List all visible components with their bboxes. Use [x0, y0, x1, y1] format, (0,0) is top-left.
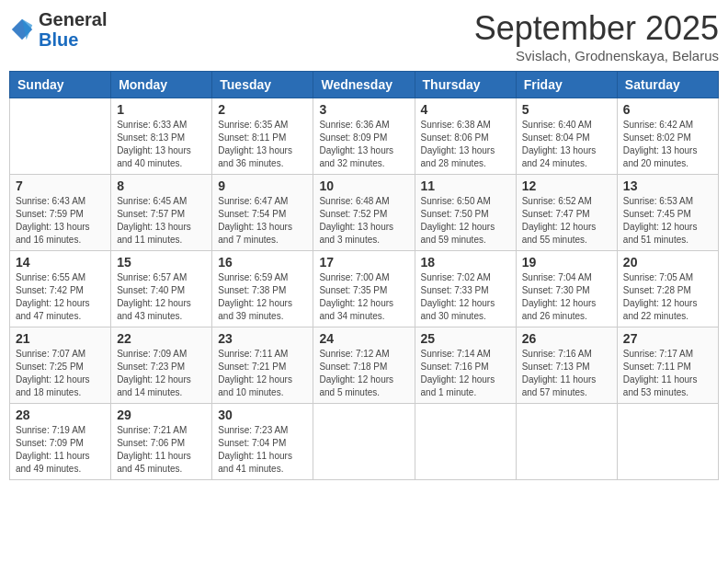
- day-info: Sunrise: 6:59 AMSunset: 7:38 PMDaylight:…: [218, 271, 307, 323]
- day-info: Sunrise: 7:16 AMSunset: 7:13 PMDaylight:…: [522, 348, 611, 399]
- day-number: 30: [218, 408, 307, 422]
- day-info: Sunrise: 6:33 AMSunset: 8:13 PMDaylight:…: [117, 119, 206, 170]
- logo-text: General Blue: [39, 9, 107, 50]
- day-info: Sunrise: 7:02 AMSunset: 7:33 PMDaylight:…: [421, 271, 510, 323]
- column-header-monday: Monday: [111, 72, 212, 98]
- calendar-cell: 6Sunrise: 6:42 AMSunset: 8:02 PMDaylight…: [617, 98, 718, 175]
- column-header-wednesday: Wednesday: [313, 72, 415, 98]
- day-number: 5: [522, 102, 611, 117]
- day-number: 10: [319, 178, 408, 193]
- calendar-cell: [617, 404, 718, 480]
- calendar-cell: 19Sunrise: 7:04 AMSunset: 7:30 PMDayligh…: [516, 251, 617, 327]
- day-info: Sunrise: 7:00 AMSunset: 7:35 PMDaylight:…: [319, 271, 408, 323]
- calendar-cell: 30Sunrise: 7:23 AMSunset: 7:04 PMDayligh…: [212, 404, 313, 480]
- day-number: 3: [319, 102, 408, 117]
- day-number: 12: [522, 178, 611, 193]
- day-number: 25: [421, 331, 510, 346]
- calendar-cell: 24Sunrise: 7:12 AMSunset: 7:18 PMDayligh…: [313, 327, 415, 404]
- logo: General Blue: [9, 9, 107, 50]
- calendar-cell: 10Sunrise: 6:48 AMSunset: 7:52 PMDayligh…: [313, 175, 415, 251]
- calendar-cell: 18Sunrise: 7:02 AMSunset: 7:33 PMDayligh…: [415, 251, 516, 327]
- day-info: Sunrise: 6:50 AMSunset: 7:50 PMDaylight:…: [421, 195, 510, 247]
- calendar-cell: 7Sunrise: 6:43 AMSunset: 7:59 PMDaylight…: [10, 175, 111, 251]
- calendar-cell: 25Sunrise: 7:14 AMSunset: 7:16 PMDayligh…: [415, 327, 516, 404]
- calendar-cell: 29Sunrise: 7:21 AMSunset: 7:06 PMDayligh…: [111, 404, 212, 480]
- calendar-week-row: 21Sunrise: 7:07 AMSunset: 7:25 PMDayligh…: [10, 327, 719, 404]
- calendar-cell: 2Sunrise: 6:35 AMSunset: 8:11 PMDaylight…: [212, 98, 313, 175]
- calendar-cell: 27Sunrise: 7:17 AMSunset: 7:11 PMDayligh…: [617, 327, 718, 404]
- day-number: 28: [16, 408, 105, 422]
- logo-icon: [9, 17, 35, 42]
- column-header-sunday: Sunday: [10, 72, 111, 98]
- day-info: Sunrise: 6:45 AMSunset: 7:57 PMDaylight:…: [117, 195, 206, 247]
- day-info: Sunrise: 7:21 AMSunset: 7:06 PMDaylight:…: [117, 424, 206, 476]
- calendar-cell: [10, 98, 111, 175]
- day-number: 15: [117, 255, 206, 270]
- day-number: 23: [218, 331, 307, 346]
- day-number: 16: [218, 255, 307, 270]
- calendar-cell: 23Sunrise: 7:11 AMSunset: 7:21 PMDayligh…: [212, 327, 313, 404]
- calendar-cell: 20Sunrise: 7:05 AMSunset: 7:28 PMDayligh…: [617, 251, 718, 327]
- column-header-friday: Friday: [516, 72, 617, 98]
- day-info: Sunrise: 6:52 AMSunset: 7:47 PMDaylight:…: [522, 195, 611, 247]
- calendar-cell: 3Sunrise: 6:36 AMSunset: 8:09 PMDaylight…: [313, 98, 415, 175]
- calendar-table: SundayMondayTuesdayWednesdayThursdayFrid…: [9, 71, 719, 480]
- day-number: 13: [623, 178, 712, 193]
- calendar-week-row: 1Sunrise: 6:33 AMSunset: 8:13 PMDaylight…: [10, 98, 719, 175]
- calendar-cell: 26Sunrise: 7:16 AMSunset: 7:13 PMDayligh…: [516, 327, 617, 404]
- calendar-week-row: 28Sunrise: 7:19 AMSunset: 7:09 PMDayligh…: [10, 404, 719, 480]
- day-info: Sunrise: 6:53 AMSunset: 7:45 PMDaylight:…: [623, 195, 712, 247]
- day-info: Sunrise: 6:43 AMSunset: 7:59 PMDaylight:…: [16, 195, 105, 247]
- day-info: Sunrise: 6:48 AMSunset: 7:52 PMDaylight:…: [319, 195, 408, 247]
- day-number: 21: [16, 331, 105, 346]
- day-info: Sunrise: 7:14 AMSunset: 7:16 PMDaylight:…: [421, 348, 510, 399]
- day-info: Sunrise: 6:55 AMSunset: 7:42 PMDaylight:…: [16, 271, 105, 323]
- day-info: Sunrise: 7:23 AMSunset: 7:04 PMDaylight:…: [218, 424, 307, 476]
- day-info: Sunrise: 6:40 AMSunset: 8:04 PMDaylight:…: [522, 119, 611, 170]
- day-info: Sunrise: 6:38 AMSunset: 8:06 PMDaylight:…: [421, 119, 510, 170]
- column-header-tuesday: Tuesday: [212, 72, 313, 98]
- day-number: 20: [623, 255, 712, 270]
- logo-general-text: General: [39, 9, 107, 29]
- calendar-cell: 13Sunrise: 6:53 AMSunset: 7:45 PMDayligh…: [617, 175, 718, 251]
- day-number: 29: [117, 408, 206, 422]
- day-info: Sunrise: 6:42 AMSunset: 8:02 PMDaylight:…: [623, 119, 712, 170]
- calendar-cell: 11Sunrise: 6:50 AMSunset: 7:50 PMDayligh…: [415, 175, 516, 251]
- day-number: 8: [117, 178, 206, 193]
- day-number: 11: [421, 178, 510, 193]
- day-number: 2: [218, 102, 307, 117]
- calendar-cell: 15Sunrise: 6:57 AMSunset: 7:40 PMDayligh…: [111, 251, 212, 327]
- day-number: 22: [117, 331, 206, 346]
- day-info: Sunrise: 6:35 AMSunset: 8:11 PMDaylight:…: [218, 119, 307, 170]
- day-number: 9: [218, 178, 307, 193]
- calendar-cell: 8Sunrise: 6:45 AMSunset: 7:57 PMDaylight…: [111, 175, 212, 251]
- calendar-header-row: SundayMondayTuesdayWednesdayThursdayFrid…: [10, 72, 719, 98]
- calendar-cell: [313, 404, 415, 480]
- column-header-saturday: Saturday: [617, 72, 718, 98]
- calendar-cell: 17Sunrise: 7:00 AMSunset: 7:35 PMDayligh…: [313, 251, 415, 327]
- calendar-cell: [415, 404, 516, 480]
- day-number: 18: [421, 255, 510, 270]
- day-number: 6: [623, 102, 712, 117]
- calendar-cell: 14Sunrise: 6:55 AMSunset: 7:42 PMDayligh…: [10, 251, 111, 327]
- calendar-cell: 1Sunrise: 6:33 AMSunset: 8:13 PMDaylight…: [111, 98, 212, 175]
- day-info: Sunrise: 7:12 AMSunset: 7:18 PMDaylight:…: [319, 348, 408, 399]
- calendar-week-row: 14Sunrise: 6:55 AMSunset: 7:42 PMDayligh…: [10, 251, 719, 327]
- calendar-cell: 5Sunrise: 6:40 AMSunset: 8:04 PMDaylight…: [516, 98, 617, 175]
- day-info: Sunrise: 7:05 AMSunset: 7:28 PMDaylight:…: [623, 271, 712, 323]
- day-number: 26: [522, 331, 611, 346]
- day-info: Sunrise: 7:11 AMSunset: 7:21 PMDaylight:…: [218, 348, 307, 399]
- day-info: Sunrise: 7:07 AMSunset: 7:25 PMDaylight:…: [16, 348, 105, 399]
- day-info: Sunrise: 6:36 AMSunset: 8:09 PMDaylight:…: [319, 119, 408, 170]
- day-number: 1: [117, 102, 206, 117]
- day-info: Sunrise: 7:19 AMSunset: 7:09 PMDaylight:…: [16, 424, 105, 476]
- day-info: Sunrise: 6:47 AMSunset: 7:54 PMDaylight:…: [218, 195, 307, 247]
- day-number: 19: [522, 255, 611, 270]
- day-number: 7: [16, 178, 105, 193]
- month-title: September 2025: [474, 9, 719, 48]
- column-header-thursday: Thursday: [415, 72, 516, 98]
- day-info: Sunrise: 6:57 AMSunset: 7:40 PMDaylight:…: [117, 271, 206, 323]
- calendar-cell: 22Sunrise: 7:09 AMSunset: 7:23 PMDayligh…: [111, 327, 212, 404]
- day-number: 17: [319, 255, 408, 270]
- day-info: Sunrise: 7:17 AMSunset: 7:11 PMDaylight:…: [623, 348, 712, 399]
